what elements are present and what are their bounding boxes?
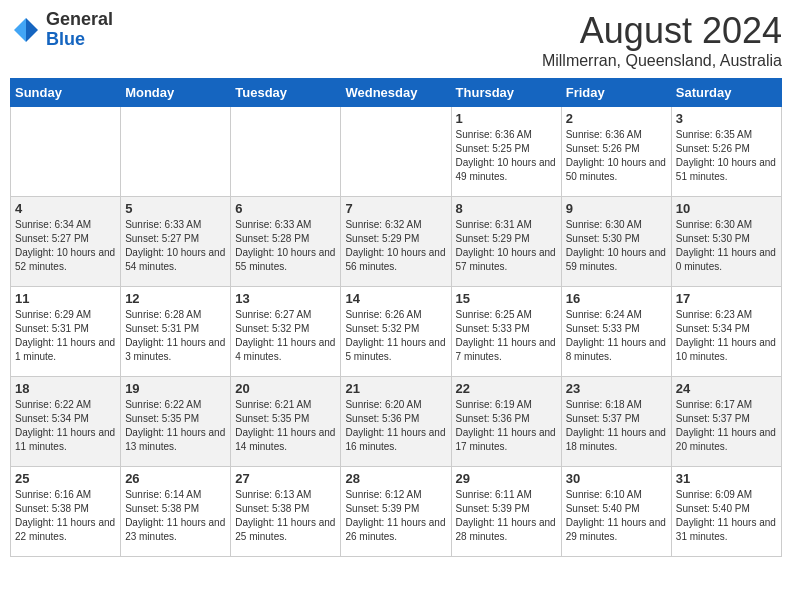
day-info: Sunrise: 6:12 AM Sunset: 5:39 PM Dayligh… [345, 488, 446, 544]
day-info: Sunrise: 6:26 AM Sunset: 5:32 PM Dayligh… [345, 308, 446, 364]
day-info: Sunrise: 6:36 AM Sunset: 5:25 PM Dayligh… [456, 128, 557, 184]
calendar-cell: 27Sunrise: 6:13 AM Sunset: 5:38 PM Dayli… [231, 467, 341, 557]
day-number: 4 [15, 201, 116, 216]
day-info: Sunrise: 6:16 AM Sunset: 5:38 PM Dayligh… [15, 488, 116, 544]
day-info: Sunrise: 6:20 AM Sunset: 5:36 PM Dayligh… [345, 398, 446, 454]
day-number: 7 [345, 201, 446, 216]
location-subtitle: Millmerran, Queensland, Australia [542, 52, 782, 70]
calendar-cell: 6Sunrise: 6:33 AM Sunset: 5:28 PM Daylig… [231, 197, 341, 287]
calendar-week-row: 18Sunrise: 6:22 AM Sunset: 5:34 PM Dayli… [11, 377, 782, 467]
calendar-cell [231, 107, 341, 197]
day-info: Sunrise: 6:32 AM Sunset: 5:29 PM Dayligh… [345, 218, 446, 274]
day-number: 25 [15, 471, 116, 486]
day-number: 13 [235, 291, 336, 306]
day-number: 18 [15, 381, 116, 396]
column-header-monday: Monday [121, 79, 231, 107]
calendar-cell [11, 107, 121, 197]
logo-text: General Blue [46, 10, 113, 50]
page-header: General Blue August 2024 Millmerran, Que… [10, 10, 782, 70]
column-header-thursday: Thursday [451, 79, 561, 107]
calendar-cell: 7Sunrise: 6:32 AM Sunset: 5:29 PM Daylig… [341, 197, 451, 287]
calendar-cell: 8Sunrise: 6:31 AM Sunset: 5:29 PM Daylig… [451, 197, 561, 287]
day-number: 11 [15, 291, 116, 306]
day-info: Sunrise: 6:10 AM Sunset: 5:40 PM Dayligh… [566, 488, 667, 544]
svg-marker-0 [26, 18, 38, 30]
logo: General Blue [10, 10, 113, 50]
calendar-cell: 23Sunrise: 6:18 AM Sunset: 5:37 PM Dayli… [561, 377, 671, 467]
day-info: Sunrise: 6:24 AM Sunset: 5:33 PM Dayligh… [566, 308, 667, 364]
day-number: 5 [125, 201, 226, 216]
day-number: 20 [235, 381, 336, 396]
day-number: 19 [125, 381, 226, 396]
logo-icon [10, 14, 42, 46]
calendar-cell: 3Sunrise: 6:35 AM Sunset: 5:26 PM Daylig… [671, 107, 781, 197]
svg-marker-1 [14, 18, 26, 30]
logo-blue: Blue [46, 30, 113, 50]
day-info: Sunrise: 6:29 AM Sunset: 5:31 PM Dayligh… [15, 308, 116, 364]
calendar-week-row: 1Sunrise: 6:36 AM Sunset: 5:25 PM Daylig… [11, 107, 782, 197]
day-number: 22 [456, 381, 557, 396]
calendar-cell: 1Sunrise: 6:36 AM Sunset: 5:25 PM Daylig… [451, 107, 561, 197]
month-year-title: August 2024 [542, 10, 782, 52]
day-number: 16 [566, 291, 667, 306]
column-header-saturday: Saturday [671, 79, 781, 107]
calendar-week-row: 11Sunrise: 6:29 AM Sunset: 5:31 PM Dayli… [11, 287, 782, 377]
column-header-friday: Friday [561, 79, 671, 107]
calendar-cell: 26Sunrise: 6:14 AM Sunset: 5:38 PM Dayli… [121, 467, 231, 557]
calendar-cell: 16Sunrise: 6:24 AM Sunset: 5:33 PM Dayli… [561, 287, 671, 377]
day-number: 15 [456, 291, 557, 306]
calendar-cell: 31Sunrise: 6:09 AM Sunset: 5:40 PM Dayli… [671, 467, 781, 557]
day-info: Sunrise: 6:30 AM Sunset: 5:30 PM Dayligh… [566, 218, 667, 274]
day-info: Sunrise: 6:28 AM Sunset: 5:31 PM Dayligh… [125, 308, 226, 364]
day-number: 3 [676, 111, 777, 126]
calendar-cell [121, 107, 231, 197]
calendar-cell: 4Sunrise: 6:34 AM Sunset: 5:27 PM Daylig… [11, 197, 121, 287]
day-info: Sunrise: 6:11 AM Sunset: 5:39 PM Dayligh… [456, 488, 557, 544]
day-number: 9 [566, 201, 667, 216]
calendar-cell: 11Sunrise: 6:29 AM Sunset: 5:31 PM Dayli… [11, 287, 121, 377]
calendar-week-row: 4Sunrise: 6:34 AM Sunset: 5:27 PM Daylig… [11, 197, 782, 287]
day-number: 26 [125, 471, 226, 486]
calendar-table: SundayMondayTuesdayWednesdayThursdayFrid… [10, 78, 782, 557]
calendar-cell: 12Sunrise: 6:28 AM Sunset: 5:31 PM Dayli… [121, 287, 231, 377]
day-info: Sunrise: 6:09 AM Sunset: 5:40 PM Dayligh… [676, 488, 777, 544]
day-number: 21 [345, 381, 446, 396]
calendar-cell: 22Sunrise: 6:19 AM Sunset: 5:36 PM Dayli… [451, 377, 561, 467]
day-info: Sunrise: 6:34 AM Sunset: 5:27 PM Dayligh… [15, 218, 116, 274]
calendar-cell: 18Sunrise: 6:22 AM Sunset: 5:34 PM Dayli… [11, 377, 121, 467]
day-info: Sunrise: 6:19 AM Sunset: 5:36 PM Dayligh… [456, 398, 557, 454]
calendar-cell: 20Sunrise: 6:21 AM Sunset: 5:35 PM Dayli… [231, 377, 341, 467]
title-area: August 2024 Millmerran, Queensland, Aust… [542, 10, 782, 70]
day-info: Sunrise: 6:22 AM Sunset: 5:35 PM Dayligh… [125, 398, 226, 454]
calendar-cell: 2Sunrise: 6:36 AM Sunset: 5:26 PM Daylig… [561, 107, 671, 197]
day-info: Sunrise: 6:35 AM Sunset: 5:26 PM Dayligh… [676, 128, 777, 184]
calendar-cell: 17Sunrise: 6:23 AM Sunset: 5:34 PM Dayli… [671, 287, 781, 377]
day-number: 31 [676, 471, 777, 486]
calendar-cell: 28Sunrise: 6:12 AM Sunset: 5:39 PM Dayli… [341, 467, 451, 557]
day-info: Sunrise: 6:27 AM Sunset: 5:32 PM Dayligh… [235, 308, 336, 364]
day-info: Sunrise: 6:33 AM Sunset: 5:27 PM Dayligh… [125, 218, 226, 274]
day-info: Sunrise: 6:30 AM Sunset: 5:30 PM Dayligh… [676, 218, 777, 274]
calendar-cell [341, 107, 451, 197]
calendar-cell: 5Sunrise: 6:33 AM Sunset: 5:27 PM Daylig… [121, 197, 231, 287]
day-number: 2 [566, 111, 667, 126]
day-number: 27 [235, 471, 336, 486]
day-info: Sunrise: 6:21 AM Sunset: 5:35 PM Dayligh… [235, 398, 336, 454]
calendar-cell: 14Sunrise: 6:26 AM Sunset: 5:32 PM Dayli… [341, 287, 451, 377]
day-number: 8 [456, 201, 557, 216]
day-info: Sunrise: 6:14 AM Sunset: 5:38 PM Dayligh… [125, 488, 226, 544]
day-number: 23 [566, 381, 667, 396]
calendar-cell: 30Sunrise: 6:10 AM Sunset: 5:40 PM Dayli… [561, 467, 671, 557]
day-info: Sunrise: 6:18 AM Sunset: 5:37 PM Dayligh… [566, 398, 667, 454]
calendar-cell: 24Sunrise: 6:17 AM Sunset: 5:37 PM Dayli… [671, 377, 781, 467]
calendar-week-row: 25Sunrise: 6:16 AM Sunset: 5:38 PM Dayli… [11, 467, 782, 557]
svg-marker-2 [14, 30, 26, 42]
calendar-cell: 15Sunrise: 6:25 AM Sunset: 5:33 PM Dayli… [451, 287, 561, 377]
logo-general: General [46, 10, 113, 30]
day-info: Sunrise: 6:23 AM Sunset: 5:34 PM Dayligh… [676, 308, 777, 364]
column-header-tuesday: Tuesday [231, 79, 341, 107]
day-info: Sunrise: 6:33 AM Sunset: 5:28 PM Dayligh… [235, 218, 336, 274]
calendar-cell: 29Sunrise: 6:11 AM Sunset: 5:39 PM Dayli… [451, 467, 561, 557]
column-header-sunday: Sunday [11, 79, 121, 107]
day-info: Sunrise: 6:13 AM Sunset: 5:38 PM Dayligh… [235, 488, 336, 544]
